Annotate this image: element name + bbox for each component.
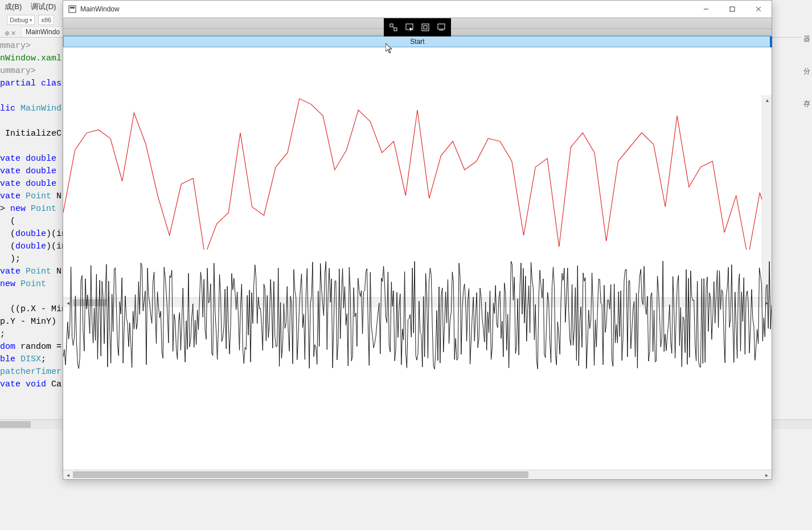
select-element-icon[interactable] [404,22,415,32]
config-combo[interactable]: Debug ▾ [7,15,35,25]
scroll-right-icon[interactable]: ▸ [762,470,772,480]
chart2-hscroll-track[interactable] [73,470,762,479]
line-chart-red [63,47,772,250]
chart-canvas-area: ▴ ◂ ▸ [63,47,772,470]
close-button[interactable] [745,1,772,17]
line-chart-black [63,258,772,372]
display-layout-icon[interactable] [420,22,430,32]
app-window: MainWindow Start ▴ ◂ ▸ [63,0,772,480]
scroll-up-icon[interactable]: ▴ [762,95,772,105]
svg-rect-7 [394,28,397,31]
code-hscroll-thumb[interactable] [0,421,31,428]
maximize-button[interactable] [719,1,745,17]
svg-line-8 [393,27,394,28]
svg-rect-0 [69,6,76,13]
chart2-hscroll-thumb[interactable] [73,471,528,478]
svg-rect-11 [422,24,429,31]
toolwindow-tab-3[interactable]: 存 [802,99,812,109]
chevron-down-icon: ▾ [30,18,32,23]
chart2-hscrollbar[interactable]: ◂ ▸ [63,470,772,479]
menu-build[interactable]: 成(B) [5,2,22,12]
debug-adorner-bar [63,18,772,29]
document-tab[interactable]: MainWindo [20,26,65,37]
svg-rect-1 [70,7,75,9]
svg-rect-3 [730,7,735,11]
live-visual-tree-icon[interactable] [388,22,399,32]
titlebar[interactable]: MainWindow [63,1,772,18]
ide-right-toolwindow-tabs: 器 分 存 [802,34,812,132]
toolwindow-tab-2[interactable]: 分 [802,67,812,76]
config-combo-text: Debug [10,17,28,23]
close-icon: ✕ [11,30,16,37]
scroll-left-icon[interactable]: ◂ [63,470,73,480]
menu-debug[interactable]: 调试(D) [31,2,56,12]
svg-rect-13 [438,24,445,29]
minimize-button[interactable] [693,1,719,17]
svg-rect-12 [424,26,427,29]
start-button[interactable]: Start [63,36,772,47]
platform-combo[interactable]: x86 [38,15,54,25]
track-focus-icon[interactable] [436,22,446,32]
xaml-debug-tools [384,18,451,36]
app-icon [68,5,77,14]
platform-combo-text: x86 [41,17,51,23]
window-controls [693,1,772,17]
window-title: MainWindow [80,5,693,13]
tab-pin-close[interactable]: ⊕✕ [2,30,18,37]
toolwindow-tab-1[interactable]: 器 [802,34,812,44]
selection-accent [770,36,772,48]
pin-icon: ⊕ [5,30,10,37]
svg-rect-6 [390,24,393,27]
